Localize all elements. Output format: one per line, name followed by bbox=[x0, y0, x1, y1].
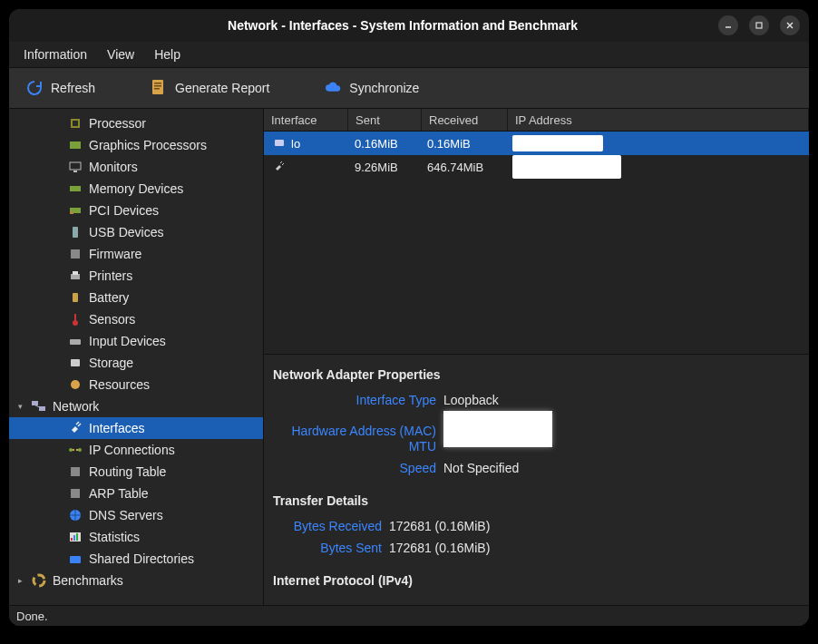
minimize-button[interactable] bbox=[718, 15, 738, 35]
report-icon bbox=[150, 79, 168, 97]
table-row[interactable]: 9.26MiB 646.74MiB bbox=[264, 155, 809, 179]
sidebar-item-dns[interactable]: DNS Servers bbox=[9, 504, 263, 526]
sidebar-item-label: PCI Devices bbox=[89, 203, 159, 218]
memory-icon bbox=[67, 181, 83, 197]
sidebar-item-routing[interactable]: Routing Table bbox=[9, 461, 263, 483]
sidebar-item-label: ARP Table bbox=[89, 486, 149, 501]
cloud-sync-icon bbox=[324, 79, 342, 97]
sidebar-item-firmware[interactable]: Firmware bbox=[9, 243, 263, 265]
svg-rect-23 bbox=[70, 339, 81, 345]
cell-received: 0.16MiB bbox=[420, 137, 505, 151]
svg-rect-19 bbox=[73, 271, 78, 275]
sidebar-item-benchmarks[interactable]: ▸Benchmarks bbox=[9, 570, 263, 591]
svg-rect-22 bbox=[74, 314, 76, 321]
sidebar-item-ip-connections[interactable]: IP Connections bbox=[9, 439, 263, 461]
svg-rect-16 bbox=[73, 227, 78, 238]
svg-point-41 bbox=[34, 575, 44, 586]
col-ip-address[interactable]: IP Address bbox=[508, 109, 809, 131]
sidebar-item-interfaces[interactable]: Interfaces bbox=[9, 417, 263, 439]
sidebar-item-processor[interactable]: Processor bbox=[9, 112, 263, 134]
toolbar: Refresh Generate Report Synchronize bbox=[9, 68, 809, 109]
chip-icon bbox=[67, 115, 83, 132]
globe-icon bbox=[67, 507, 83, 523]
prop-bytes-received: Bytes Received172681 (0.16MiB) bbox=[273, 515, 800, 537]
maximize-button[interactable] bbox=[749, 15, 769, 35]
sidebar-item-label: Statistics bbox=[89, 530, 140, 544]
svg-point-25 bbox=[71, 380, 80, 389]
sidebar-item-label: Memory Devices bbox=[89, 181, 183, 196]
svg-point-31 bbox=[69, 448, 73, 452]
content-pane: Interface Sent Received IP Address lo 0.… bbox=[264, 109, 809, 605]
menu-help[interactable]: Help bbox=[145, 44, 190, 64]
sidebar-item-network[interactable]: ▾Network bbox=[9, 395, 263, 417]
cell-interface: lo bbox=[291, 137, 300, 151]
folder-icon bbox=[67, 551, 83, 567]
sidebar-item-sensors[interactable]: Sensors bbox=[9, 308, 263, 330]
details-pane[interactable]: Network Adapter Properties Interface Typ… bbox=[264, 354, 809, 605]
menu-view[interactable]: View bbox=[98, 44, 143, 64]
refresh-label: Refresh bbox=[51, 81, 95, 95]
col-sent[interactable]: Sent bbox=[348, 109, 422, 131]
table-row[interactable]: lo 0.16MiB 0.16MiB bbox=[264, 132, 809, 155]
sidebar-item-monitors[interactable]: Monitors bbox=[9, 156, 263, 178]
sidebar-item-label: USB Devices bbox=[89, 225, 163, 239]
redacted-value bbox=[443, 411, 552, 447]
gpu-icon bbox=[67, 137, 83, 153]
prop-interface-type: Interface TypeLoopback bbox=[273, 389, 800, 411]
col-interface[interactable]: Interface bbox=[264, 109, 348, 131]
sidebar-item-printers[interactable]: Printers bbox=[9, 265, 263, 287]
svg-rect-24 bbox=[71, 359, 80, 366]
report-label: Generate Report bbox=[175, 81, 269, 95]
table-header: Interface Sent Received IP Address bbox=[264, 109, 809, 132]
resources-icon bbox=[67, 376, 83, 393]
sidebar[interactable]: Processor Graphics Processors Monitors M… bbox=[9, 109, 264, 605]
svg-rect-12 bbox=[73, 171, 77, 172]
sidebar-item-label: Storage bbox=[89, 356, 133, 370]
close-button[interactable] bbox=[780, 15, 800, 35]
svg-line-43 bbox=[280, 161, 282, 163]
svg-rect-34 bbox=[71, 489, 80, 498]
svg-point-32 bbox=[78, 448, 82, 452]
generate-report-button[interactable]: Generate Report bbox=[139, 73, 280, 102]
cell-sent: 0.16MiB bbox=[347, 137, 420, 151]
sidebar-item-shared[interactable]: Shared Directories bbox=[9, 548, 263, 570]
sidebar-item-label: Graphics Processors bbox=[89, 138, 207, 152]
benchmark-icon bbox=[31, 572, 47, 589]
connections-icon bbox=[67, 442, 83, 458]
firmware-icon bbox=[67, 246, 83, 262]
sidebar-item-gpu[interactable]: Graphics Processors bbox=[9, 134, 263, 156]
sidebar-item-statistics[interactable]: Statistics bbox=[9, 526, 263, 548]
expander-icon[interactable]: ▸ bbox=[15, 576, 25, 585]
stats-icon bbox=[67, 529, 83, 545]
status-text: Done. bbox=[16, 610, 48, 623]
sidebar-item-usb[interactable]: USB Devices bbox=[9, 221, 263, 243]
sidebar-item-battery[interactable]: Battery bbox=[9, 287, 263, 308]
sidebar-item-label: Network bbox=[53, 399, 99, 414]
svg-rect-40 bbox=[70, 556, 81, 563]
monitor-icon bbox=[67, 159, 83, 175]
svg-rect-6 bbox=[154, 85, 161, 87]
sidebar-item-pci[interactable]: PCI Devices bbox=[9, 200, 263, 221]
menu-information[interactable]: Information bbox=[15, 44, 96, 64]
sidebar-item-arp[interactable]: ARP Table bbox=[9, 483, 263, 504]
sidebar-item-memory[interactable]: Memory Devices bbox=[9, 178, 263, 200]
titlebar: Network - Interfaces - System Informatio… bbox=[9, 9, 809, 42]
svg-rect-9 bbox=[73, 121, 78, 126]
sidebar-item-label: Processor bbox=[89, 116, 146, 131]
sidebar-item-label: Sensors bbox=[89, 312, 135, 327]
main-split: Processor Graphics Processors Monitors M… bbox=[9, 109, 809, 605]
expander-icon[interactable]: ▾ bbox=[15, 402, 25, 411]
interfaces-table[interactable]: Interface Sent Received IP Address lo 0.… bbox=[264, 109, 809, 354]
synchronize-button[interactable]: Synchronize bbox=[313, 73, 430, 102]
refresh-button[interactable]: Refresh bbox=[15, 73, 106, 102]
sidebar-item-input[interactable]: Input Devices bbox=[9, 330, 263, 352]
sidebar-item-storage[interactable]: Storage bbox=[9, 352, 263, 374]
svg-rect-39 bbox=[76, 533, 78, 541]
printer-icon bbox=[67, 268, 83, 284]
col-received[interactable]: Received bbox=[422, 109, 508, 131]
sync-label: Synchronize bbox=[349, 81, 419, 95]
sidebar-item-label: Resources bbox=[89, 377, 150, 392]
svg-rect-38 bbox=[73, 535, 75, 541]
sidebar-item-label: Firmware bbox=[89, 247, 141, 261]
sidebar-item-resources[interactable]: Resources bbox=[9, 374, 263, 395]
